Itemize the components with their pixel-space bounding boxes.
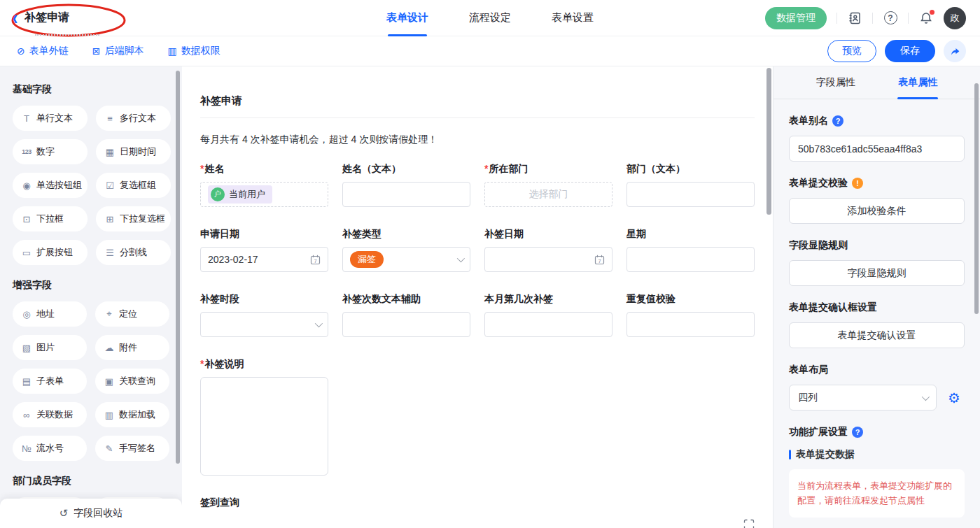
field-item-divider-line[interactable]: ☰分割线 xyxy=(96,240,171,265)
form-canvas: 补签申请 每月共有 4 次补签申请机会，超过 4 次则按请假处理！ *姓名 户 … xyxy=(182,66,773,528)
weekday-input[interactable] xyxy=(626,247,755,272)
field-item-multi-line-text[interactable]: ≡多行文本 xyxy=(96,106,171,131)
field-item-attachment[interactable]: ☁附件 xyxy=(95,335,169,360)
field-resign-count-helper[interactable]: 补签次数文本辅助 xyxy=(342,293,470,337)
field-item-multi-dropdown[interactable]: ⊞下拉复选框 xyxy=(96,206,171,231)
field-item-signature[interactable]: ✎手写签名 xyxy=(95,436,169,461)
expand-fullscreen-icon[interactable] xyxy=(743,519,755,528)
warning-badge-icon[interactable]: ! xyxy=(852,178,863,189)
submit-confirm-button[interactable]: 表单提交确认设置 xyxy=(789,322,965,348)
preview-button[interactable]: 预览 xyxy=(827,40,876,62)
field-item-data-load[interactable]: ▥数据加载 xyxy=(95,402,169,427)
share-button[interactable] xyxy=(944,40,966,62)
name-text-input[interactable] xyxy=(342,182,470,207)
save-button[interactable]: 保存 xyxy=(885,40,935,62)
field-item-number[interactable]: 123数字 xyxy=(13,139,88,164)
title-divider xyxy=(200,117,755,118)
layout-select[interactable]: 四列 xyxy=(789,385,937,411)
submit-check-label: 表单提交校验 ! xyxy=(789,177,965,190)
field-department[interactable]: *所在部门 选择部门 xyxy=(484,163,612,207)
external-link-button[interactable]: ⊘ 表单外链 xyxy=(17,45,69,57)
form-alias-input[interactable] xyxy=(789,136,965,162)
form-description[interactable]: 每月共有 4 次补签申请机会，超过 4 次则按请假处理！ xyxy=(200,134,755,146)
field-recycle-bin[interactable]: ↺ 字段回收站 xyxy=(0,499,182,528)
signin-query-section[interactable]: 签到查询 员工姓名 考勤日期 考勤类型 签到定位 打卡时间 xyxy=(200,497,755,528)
field-resign-period[interactable]: 补签时段 xyxy=(200,293,328,337)
locate-icon: ⌖ xyxy=(104,308,115,320)
field-item-subform[interactable]: ▤子表单 xyxy=(13,369,87,394)
field-item-radio-group[interactable]: ◉单选按钮组 xyxy=(13,173,88,198)
field-apply-date[interactable]: 申请日期 2023-02-17 7 xyxy=(200,228,328,272)
field-item-image[interactable]: ▧图片 xyxy=(13,335,87,360)
field-name[interactable]: *姓名 户 当前用户 xyxy=(200,163,328,207)
help-icon[interactable]: ? xyxy=(883,10,898,26)
svg-text:7: 7 xyxy=(598,257,601,264)
signature-pen-icon: ✎ xyxy=(104,443,115,454)
field-department-text[interactable]: 部门（文本） xyxy=(626,163,755,207)
field-resign-date[interactable]: 补签日期 7 xyxy=(484,228,612,272)
calendar-icon: 7 xyxy=(594,255,605,265)
help-badge-icon[interactable]: ? xyxy=(852,427,863,438)
field-item-datetime[interactable]: ▦日期时间 xyxy=(96,139,171,164)
share-icon xyxy=(950,46,960,57)
chevron-down-icon xyxy=(315,320,323,327)
resign-period-select[interactable] xyxy=(200,312,328,337)
field-resign-remark[interactable]: *补签说明 xyxy=(200,358,755,476)
name-field-control[interactable]: 户 当前用户 xyxy=(200,182,328,207)
main-area: 基础字段 T单行文本 ≡多行文本 123数字 ▦日期时间 ◉单选按钮组 ☑复选框… xyxy=(0,66,980,528)
duplicate-check-input[interactable] xyxy=(626,312,755,337)
tab-form-design[interactable]: 表单设计 xyxy=(386,0,428,36)
field-item-serial-number[interactable]: №流水号 xyxy=(13,436,87,461)
visibility-rules-label: 字段显隐规则 xyxy=(789,239,965,252)
month-count-input[interactable] xyxy=(484,312,612,337)
field-item-single-line-text[interactable]: T单行文本 xyxy=(13,106,88,131)
help-badge-icon[interactable]: ? xyxy=(832,115,844,127)
field-resign-type[interactable]: 补签类型 漏签 xyxy=(342,228,470,272)
current-user-tag[interactable]: 户 当前用户 xyxy=(208,185,272,204)
form-name-title[interactable]: 补签申请 xyxy=(24,10,69,25)
field-item-extend-button[interactable]: ▭扩展按钮 xyxy=(13,240,88,265)
resign-date-input[interactable]: 7 xyxy=(484,247,612,272)
field-item-dropdown[interactable]: ⊡下拉框 xyxy=(13,206,88,231)
data-manage-button[interactable]: 数据管理 xyxy=(765,7,827,29)
field-name-text[interactable]: 姓名（文本） xyxy=(342,163,470,207)
contacts-icon[interactable] xyxy=(847,10,862,26)
checkbox-icon: ☑ xyxy=(104,180,115,191)
chevron-down-icon xyxy=(457,255,465,262)
resign-type-select[interactable]: 漏签 xyxy=(342,247,470,272)
user-avatar[interactable]: 政 xyxy=(944,7,966,29)
field-month-count[interactable]: 本月第几次补签 xyxy=(484,293,612,337)
back-chevron-icon[interactable]: ‹ xyxy=(13,8,18,28)
resign-remark-textarea[interactable] xyxy=(200,377,328,476)
department-text-input[interactable] xyxy=(626,182,755,207)
tab-field-properties[interactable]: 字段属性 xyxy=(816,66,855,99)
canvas-scrollbar[interactable] xyxy=(766,68,771,215)
form-layout-label: 表单布局 xyxy=(789,364,965,376)
visibility-rules-button[interactable]: 字段显隐规则 xyxy=(789,260,965,286)
department-picker[interactable]: 选择部门 xyxy=(484,182,612,207)
divider xyxy=(872,13,873,24)
field-item-address[interactable]: ◎地址 xyxy=(13,301,87,327)
apply-date-input[interactable]: 2023-02-17 7 xyxy=(200,247,328,272)
field-weekday[interactable]: 星期 xyxy=(626,228,755,272)
field-item-checkbox-group[interactable]: ☑复选框组 xyxy=(96,173,171,198)
backend-script-button[interactable]: ⊠ 后端脚本 xyxy=(92,45,144,57)
field-item-relation-query[interactable]: ▣关联查询 xyxy=(95,369,169,394)
tab-flow-setting[interactable]: 流程设定 xyxy=(469,0,511,36)
properties-tabs: 字段属性 表单属性 xyxy=(774,66,980,99)
canvas-form-title[interactable]: 补签申请 xyxy=(200,94,755,108)
data-permission-button[interactable]: ▥ 数据权限 xyxy=(167,45,220,57)
add-check-condition-button[interactable]: 添加校验条件 xyxy=(789,198,965,224)
field-item-location[interactable]: ⌖定位 xyxy=(95,301,169,327)
field-item-relation-data[interactable]: ∞关联数据 xyxy=(13,402,87,427)
panel-scrollbar[interactable] xyxy=(974,83,979,314)
gear-icon[interactable]: ⚙ xyxy=(944,390,965,406)
chevron-down-icon xyxy=(922,392,930,400)
tab-form-properties[interactable]: 表单属性 xyxy=(898,66,937,99)
tab-form-setting[interactable]: 表单设置 xyxy=(552,0,594,36)
sidebar-scrollbar[interactable] xyxy=(176,71,180,464)
notification-bell-icon[interactable] xyxy=(918,10,934,26)
field-duplicate-check[interactable]: 重复值校验 xyxy=(626,293,755,337)
section-title-enhanced-fields: 增强字段 xyxy=(13,279,169,292)
resign-count-helper-input[interactable] xyxy=(342,312,470,337)
